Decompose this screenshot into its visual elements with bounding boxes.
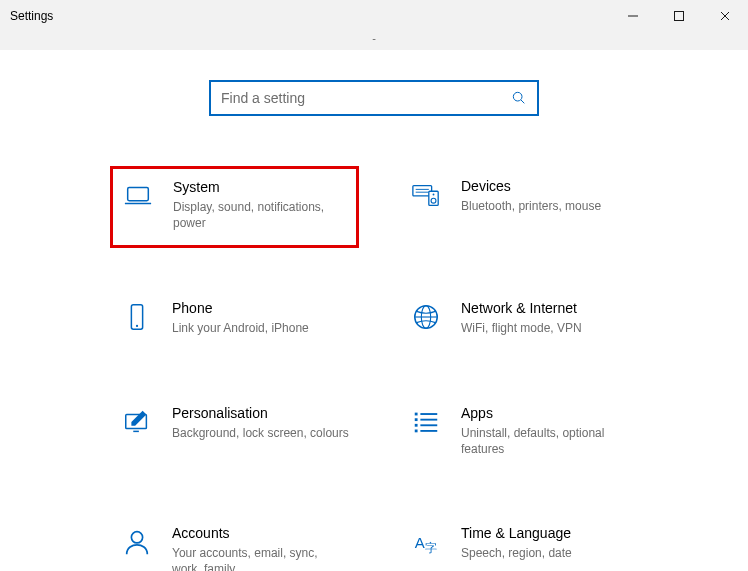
settings-grid: System Display, sound, notifications, po… [0,136,748,571]
tile-text: Phone Link your Android, iPhone [172,300,309,336]
tile-title: Personalisation [172,405,349,421]
tile-subtitle: Uninstall, defaults, optional features [461,425,638,457]
content-area: System Display, sound, notifications, po… [0,50,748,571]
minimize-icon [627,10,639,22]
search-box[interactable] [209,80,539,116]
tile-text: Devices Bluetooth, printers, mouse [461,178,601,214]
maximize-icon [673,10,685,22]
close-button[interactable] [702,0,748,32]
maximize-button[interactable] [656,0,702,32]
tile-title: Time & Language [461,525,572,541]
tile-title: Devices [461,178,601,194]
tile-text: Network & Internet WiFi, flight mode, VP… [461,300,582,336]
minimize-button[interactable] [610,0,656,32]
tile-accounts[interactable]: Accounts Your accounts, email, sync, wor… [110,513,359,571]
tile-devices[interactable]: Devices Bluetooth, printers, mouse [399,166,648,248]
svg-point-29 [131,532,142,543]
tile-subtitle: Your accounts, email, sync, work, family [172,545,349,571]
globe-icon [409,300,443,334]
tile-time-language[interactable]: A 字 Time & Language Speech, region, date [399,513,648,571]
tile-subtitle: Display, sound, notifications, power [173,199,348,231]
tile-phone[interactable]: Phone Link your Android, iPhone [110,288,359,352]
tile-text: Accounts Your accounts, email, sync, wor… [172,525,349,571]
tile-title: Accounts [172,525,349,541]
window-title: Settings [0,9,53,23]
phone-icon [120,300,154,334]
svg-text:A: A [415,534,425,551]
tile-title: Network & Internet [461,300,582,316]
keyboard-speaker-icon [409,178,443,212]
titlebar: Settings [0,0,748,32]
tile-network[interactable]: Network & Internet WiFi, flight mode, VP… [399,288,648,352]
window-controls [610,0,748,32]
tile-subtitle: Speech, region, date [461,545,572,561]
close-icon [719,10,731,22]
laptop-icon [121,179,155,213]
tile-title: System [173,179,348,195]
tile-text: Apps Uninstall, defaults, optional featu… [461,405,638,457]
search-row [0,50,748,136]
tile-text: Time & Language Speech, region, date [461,525,572,561]
search-input[interactable] [221,90,511,106]
svg-line-5 [521,100,524,103]
svg-point-13 [433,194,435,196]
svg-point-15 [136,325,138,327]
tile-subtitle: Bluetooth, printers, mouse [461,198,601,214]
tile-subtitle: Link your Android, iPhone [172,320,309,336]
settings-window: Settings - [0,0,748,571]
svg-text:字: 字 [425,541,437,555]
svg-rect-23 [415,423,418,426]
search-icon [511,90,527,106]
tile-subtitle: WiFi, flight mode, VPN [461,320,582,336]
tile-title: Apps [461,405,638,421]
svg-rect-1 [675,12,684,21]
svg-point-4 [513,92,522,101]
svg-rect-6 [128,188,149,201]
svg-rect-22 [415,418,418,421]
tile-personalisation[interactable]: Personalisation Background, lock screen,… [110,393,359,473]
tile-text: System Display, sound, notifications, po… [173,179,348,231]
content-scroll[interactable]: System Display, sound, notifications, po… [0,50,748,571]
paintbrush-icon [120,405,154,439]
svg-rect-24 [415,429,418,432]
list-icon [409,405,443,439]
subtitle-dash: - [0,32,748,46]
letter-a-language-icon: A 字 [409,525,443,559]
person-icon [120,525,154,559]
tile-subtitle: Background, lock screen, colours [172,425,349,441]
tile-apps[interactable]: Apps Uninstall, defaults, optional featu… [399,393,648,473]
tile-system[interactable]: System Display, sound, notifications, po… [110,166,359,248]
tile-text: Personalisation Background, lock screen,… [172,405,349,441]
svg-rect-21 [415,412,418,415]
tile-title: Phone [172,300,309,316]
